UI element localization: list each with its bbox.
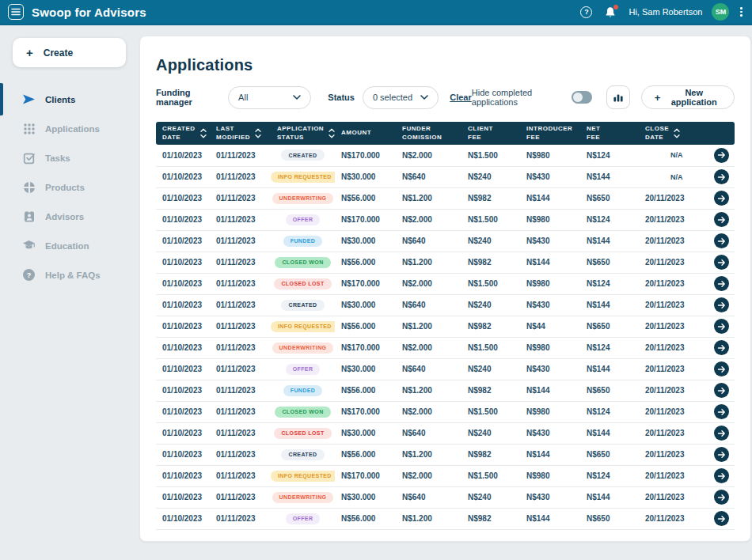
help-icon[interactable]: ? xyxy=(580,6,592,18)
arrow-right-icon xyxy=(717,344,726,352)
cell-introducer-fee: N$980 xyxy=(520,337,580,358)
grid-dots-icon xyxy=(22,122,36,135)
status-select[interactable]: 0 selected xyxy=(363,86,439,109)
sort-icon[interactable] xyxy=(200,128,207,138)
sort-icon[interactable] xyxy=(329,128,335,138)
cell-introducer-fee: N$430 xyxy=(520,486,580,508)
cell-client-fee: N$982 xyxy=(461,252,520,273)
arrow-right-icon xyxy=(717,451,726,459)
status-badge: CREATED xyxy=(281,300,324,311)
cell-last-modified: 01/11/2023 xyxy=(210,444,271,465)
row-open-button[interactable] xyxy=(714,191,729,206)
arrow-right-icon xyxy=(717,515,726,523)
cell-last-modified: 01/11/2023 xyxy=(210,316,271,337)
bar-chart-icon[interactable] xyxy=(606,85,630,109)
row-open-button[interactable] xyxy=(714,426,729,441)
sidebar-item-help-faqs[interactable]: ? Help & FAQs xyxy=(0,260,139,289)
cell-funder-commission: N$640 xyxy=(396,358,461,380)
cell-funder-commission: N$1.200 xyxy=(396,508,461,529)
column-header[interactable]: CREATEDDATE xyxy=(156,122,210,145)
column-header[interactable]: CLOSEDATE xyxy=(639,122,698,145)
row-open-button[interactable] xyxy=(714,404,729,419)
status-badge: INFO REQUESTED xyxy=(271,172,335,183)
cell-close-date: 20/11/2023 xyxy=(639,486,698,508)
cell-client-fee: N$1.500 xyxy=(461,465,520,486)
cell-open xyxy=(698,444,735,465)
new-application-button[interactable]: + New application xyxy=(641,85,735,109)
table-row: 01/10/2023 01/11/2023 CREATED N$30.000 N… xyxy=(156,294,735,316)
row-open-button[interactable] xyxy=(714,511,729,526)
cell-open xyxy=(698,252,735,273)
column-header[interactable]: LASTMODIFIED xyxy=(210,122,271,145)
cell-created-date: 01/10/2023 xyxy=(156,465,210,486)
app-logo: Swoop for Advisors xyxy=(32,6,146,19)
row-open-button[interactable] xyxy=(714,212,729,227)
arrow-right-icon xyxy=(717,280,726,288)
more-kebab-icon[interactable] xyxy=(739,6,744,18)
cell-funder-commission: N$2.000 xyxy=(396,465,461,486)
avatar[interactable]: SM xyxy=(712,3,729,21)
row-open-button[interactable] xyxy=(714,468,729,483)
cell-close-date: 20/11/2023 xyxy=(639,209,698,230)
cell-client-fee: N$1.500 xyxy=(461,337,520,358)
row-open-button[interactable] xyxy=(714,233,729,248)
status-badge: UNDERWRITING xyxy=(272,492,334,503)
table-row: 01/10/2023 01/11/2023 INFO REQUESTED N$1… xyxy=(156,465,735,486)
column-label: APPLICATIONSTATUS xyxy=(277,125,324,142)
row-open-button[interactable] xyxy=(714,447,729,462)
table-row: 01/10/2023 01/11/2023 FUNDED N$56.000 N$… xyxy=(156,380,735,401)
top-bar: Swoop for Advisors ? Hi, Sam Robertson S… xyxy=(0,0,752,25)
row-open-button[interactable] xyxy=(714,148,729,163)
table-row: 01/10/2023 01/11/2023 INFO REQUESTED N$5… xyxy=(156,316,735,337)
cell-created-date: 01/10/2023 xyxy=(156,316,210,337)
sidebar-item-education[interactable]: Education xyxy=(0,231,139,260)
row-open-button[interactable] xyxy=(714,297,729,312)
hide-completed-toggle[interactable] xyxy=(572,91,591,104)
cell-client-fee: N$240 xyxy=(461,230,520,252)
cell-application-status: INFO REQUESTED xyxy=(271,166,335,187)
sidebar-item-clients[interactable]: Clients xyxy=(0,85,139,114)
cell-open xyxy=(698,230,735,252)
cell-last-modified: 01/11/2023 xyxy=(210,252,271,273)
column-header: CLIENTFEE xyxy=(461,122,520,145)
sort-icon[interactable] xyxy=(674,128,680,138)
cell-open xyxy=(698,273,735,294)
table-row: 01/10/2023 01/11/2023 CLOSED LOST N$30.0… xyxy=(156,422,735,444)
column-header[interactable]: APPLICATIONSTATUS xyxy=(271,122,335,145)
funding-manager-select[interactable]: All xyxy=(228,86,311,109)
checkbox-icon xyxy=(22,151,36,165)
toggle-knob xyxy=(573,93,583,102)
row-open-button[interactable] xyxy=(714,319,729,334)
menu-icon[interactable] xyxy=(8,4,24,20)
create-button[interactable]: + Create xyxy=(13,38,126,67)
cell-open xyxy=(698,187,735,209)
row-open-button[interactable] xyxy=(714,255,729,270)
row-open-button[interactable] xyxy=(714,361,729,376)
cell-funder-commission: N$2.000 xyxy=(396,273,461,294)
row-open-button[interactable] xyxy=(714,490,729,505)
cell-net-fee: N$144 xyxy=(580,230,639,252)
funding-manager-label: Funding manager xyxy=(156,88,220,107)
sidebar-item-tasks[interactable]: Tasks xyxy=(0,143,139,172)
sidebar: + Create Clients Appl xyxy=(0,25,139,558)
sidebar-item-applications[interactable]: Applications xyxy=(0,114,139,143)
sidebar-item-advisors[interactable]: Advisors xyxy=(0,202,139,231)
status-badge: CLOSED LOST xyxy=(274,278,331,289)
arrow-right-icon xyxy=(717,429,726,437)
sidebar-item-products[interactable]: Products xyxy=(0,172,139,202)
row-open-button[interactable] xyxy=(714,169,729,184)
sort-icon[interactable] xyxy=(255,128,261,138)
arrow-right-icon xyxy=(717,259,726,267)
row-open-button[interactable] xyxy=(714,383,729,398)
cell-amount: N$30.000 xyxy=(335,486,396,508)
notifications-bell-icon[interactable] xyxy=(605,6,616,18)
cell-application-status: CLOSED WON xyxy=(271,401,335,422)
cell-open xyxy=(698,401,735,422)
row-open-button[interactable] xyxy=(714,340,729,355)
clear-filters-link[interactable]: Clear xyxy=(450,93,472,102)
cell-created-date: 01/10/2023 xyxy=(156,166,210,187)
cell-funder-commission: N$1.200 xyxy=(396,252,461,273)
cell-amount: N$170.000 xyxy=(335,465,396,486)
row-open-button[interactable] xyxy=(714,276,729,291)
cell-net-fee: N$650 xyxy=(580,444,639,465)
